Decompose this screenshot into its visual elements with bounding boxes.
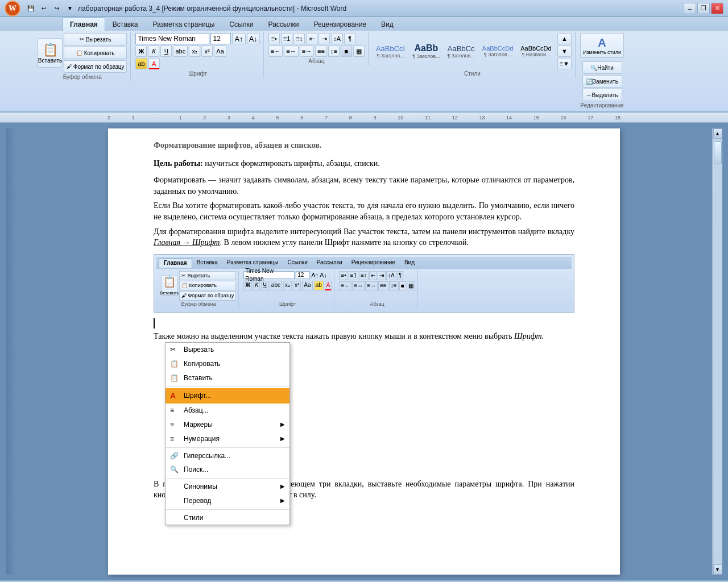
ctx-para[interactable]: ≡ Абзац... (166, 404, 289, 418)
style-item-0[interactable]: AaBbCcI ¶ Заголов... (373, 43, 408, 60)
style-item-1[interactable]: AaBb ¶ Заголов... (410, 41, 442, 61)
bullets-btn[interactable]: ≡• (268, 33, 280, 44)
ctx-paste[interactable]: 📋 Вставить (166, 371, 289, 385)
border-btn[interactable]: ▦ (353, 45, 365, 57)
shading-btn[interactable]: ■ (341, 45, 352, 57)
tab-home[interactable]: Главная (63, 17, 105, 31)
ctx-translate[interactable]: Перевод ▶ (166, 494, 289, 508)
italic-button[interactable]: К (148, 45, 159, 57)
mini-format-label: Формат по образцу (188, 293, 234, 298)
mini-tab-refs: Ссылки (283, 258, 312, 268)
styles-more-btn[interactable]: ≡▼ (557, 58, 572, 69)
font-name-box[interactable]: Times New Roman (135, 33, 209, 44)
font-grow-btn[interactable]: A↑ (232, 33, 245, 44)
change-styles-button[interactable]: A Изменить стили (580, 33, 624, 58)
scroll-up-btn[interactable]: ▲ (713, 128, 722, 139)
mini-tab-home: Главная (159, 258, 192, 268)
style-item-2[interactable]: AaBbCc ¶ Заголов... (445, 43, 478, 60)
find-label: Найти (597, 65, 614, 71)
font-color-button[interactable]: A (148, 58, 160, 69)
ctx-hyperlink[interactable]: 🔗 Гиперссылка... (166, 449, 289, 463)
cut-label: Вырезать (86, 36, 111, 43)
line-spacing-btn[interactable]: ↕≡ (328, 45, 340, 57)
styles-up-btn[interactable]: ▲ (557, 33, 572, 44)
tab-references[interactable]: Ссылки (222, 17, 260, 31)
bold-button[interactable]: Ж (135, 45, 147, 57)
style-item-3[interactable]: AaBbCcDd ¶ Заголов... (479, 43, 516, 59)
doc-title: Форматирование шрифтов, абзацев и списко… (154, 140, 574, 151)
show-formatting-btn[interactable]: ¶ (344, 33, 355, 44)
ctx-styles-label: Стили (184, 513, 285, 523)
ctx-synonyms[interactable]: Синонимы ▶ (166, 480, 289, 494)
ctx-numbering[interactable]: ≡ Нумерация ▶ (166, 432, 289, 446)
paste-button[interactable]: 📋 Вставить (38, 38, 63, 68)
ctx-font[interactable]: A Шрифт... (166, 388, 289, 404)
scroll-thumb[interactable] (714, 142, 722, 164)
tab-insert[interactable]: Вставка (105, 17, 146, 31)
sort-btn[interactable]: ↕A (331, 33, 343, 44)
ctx-hyperlink-icon: 🔗 (170, 451, 180, 461)
strikethrough-button[interactable]: аbc (173, 45, 188, 57)
tab-view[interactable]: Вид (374, 17, 401, 31)
ctx-styles[interactable]: Стили (166, 511, 289, 525)
mini-paste-label: Вставить (160, 290, 179, 296)
font-size-box[interactable]: 12 (210, 33, 231, 44)
decrease-indent-btn[interactable]: ⇤ (306, 33, 317, 44)
format-label: Формат по образцу (73, 64, 125, 70)
window-title: лабораторная работа 3_4 [Режим ограничен… (78, 5, 346, 13)
align-left-btn[interactable]: ≡← (268, 45, 283, 57)
subscript-button[interactable]: x₂ (189, 45, 200, 57)
ctx-cut[interactable]: ✂ Вырезать (166, 343, 289, 357)
ctx-bullets[interactable]: ≡ Маркеры ▶ (166, 418, 289, 432)
close-button[interactable]: ✕ (711, 3, 723, 14)
styles-down-btn[interactable]: ▼ (557, 45, 572, 57)
font-format-controls: Ж К Ч аbc x₂ x² Аа ab A (135, 45, 232, 69)
increase-indent-btn[interactable]: ⇥ (318, 33, 330, 44)
mini-ribbon-screenshot: Главная Вставка Разметка страницы Ссылки… (154, 254, 574, 313)
replace-button[interactable]: 🔄 Заменить (582, 75, 622, 88)
highlight-button[interactable]: ab (135, 58, 147, 69)
save-qa-btn[interactable]: 💾 (25, 3, 36, 14)
para-definition: Форматировать — значит задавать символам… (154, 174, 574, 197)
dropdown-qa-btn[interactable]: ▼ (64, 3, 76, 14)
clipboard-secondary: ✂ Вырезать 📋 Копировать 🖌 Формат по обра… (64, 33, 127, 73)
underline-button[interactable]: Ч (160, 45, 172, 57)
case-button[interactable]: Аа (214, 45, 226, 57)
ctx-search[interactable]: 🔍 Поиск... (166, 463, 289, 477)
document-page[interactable]: Форматирование шрифтов, абзацев и списко… (108, 128, 620, 575)
mini-font-size: 12 (296, 271, 310, 279)
restore-button[interactable]: ❐ (697, 3, 710, 14)
scroll-down-btn[interactable]: ▼ (713, 564, 722, 575)
align-center-btn[interactable]: ≡↔ (284, 45, 298, 57)
mini-tab-layout: Разметка страницы (222, 258, 283, 268)
redo-qa-btn[interactable]: ↪ (51, 3, 63, 14)
scroll-track[interactable] (714, 139, 722, 564)
numbering-btn[interactable]: ≡1 (281, 33, 293, 44)
multilevel-btn[interactable]: ≡↕ (293, 33, 305, 44)
context-italic: Шрифт (514, 332, 541, 340)
tab-review[interactable]: Рецензирование (306, 17, 374, 31)
style-item-4[interactable]: AaBbCcDd ¶ Названи... (518, 43, 554, 59)
ctx-paste-icon: 📋 (170, 373, 180, 383)
format-painter-button[interactable]: 🖌 Формат по образцу (64, 60, 127, 73)
cut-button[interactable]: ✂ Вырезать (64, 33, 127, 45)
copy-label: Копировать (84, 50, 115, 56)
align-right-btn[interactable]: ≡→ (300, 45, 314, 57)
mini-sort: ↕A (386, 271, 396, 280)
justify-btn[interactable]: ≡≡ (315, 45, 327, 57)
superscript-button[interactable]: x² (201, 45, 213, 57)
ctx-copy[interactable]: 📋 Копировать (166, 357, 289, 371)
mini-para-row1: ≡• ≡1 ≡↕ ⇤ ⇥ ↕A ¶ (339, 271, 415, 280)
copy-button[interactable]: 📋 Копировать (64, 47, 127, 59)
minimize-button[interactable]: – (684, 3, 696, 14)
select-button[interactable]: ↔ Выделить (582, 89, 622, 101)
undo-qa-btn[interactable]: ↩ (38, 3, 49, 14)
find-button[interactable]: 🔍 Найти (582, 61, 622, 74)
office-logo[interactable]: W (5, 1, 20, 16)
font-shrink-btn[interactable]: A↓ (247, 33, 260, 44)
format-font-start: Для форматирования шрифта выделите интер… (154, 227, 574, 236)
tab-mailings[interactable]: Рассылки (261, 17, 307, 31)
context-text-end: . (542, 332, 544, 340)
ctx-copy-label: Копировать (184, 359, 285, 369)
tab-page-layout[interactable]: Разметка страницы (145, 17, 222, 31)
